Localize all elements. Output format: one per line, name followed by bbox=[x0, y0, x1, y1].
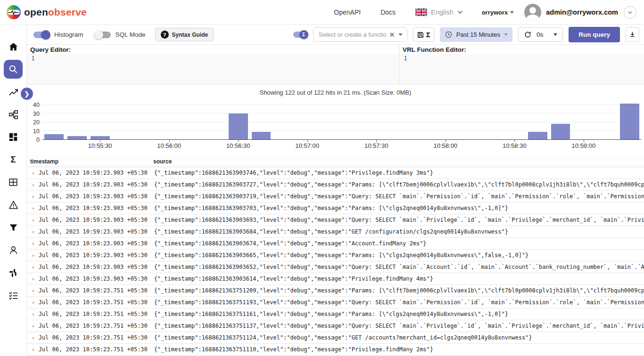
vrl-editor-label: VRL Function Editor: bbox=[399, 45, 644, 54]
query-editor[interactable]: 1 bbox=[27, 54, 399, 84]
uk-flag-icon bbox=[415, 8, 427, 16]
log-row[interactable]: › Jul 06, 2023 10:59:23.903 +05:30 {"_ti… bbox=[27, 214, 644, 226]
sidebar-item-logs-search[interactable] bbox=[4, 60, 23, 79]
sidebar-item-metrics[interactable] bbox=[8, 86, 19, 97]
refresh-interval-label: 0s bbox=[537, 31, 543, 38]
organization-selector[interactable]: orryworx bbox=[482, 9, 514, 16]
export-results-button[interactable] bbox=[626, 27, 639, 42]
save-icon bbox=[417, 31, 424, 39]
clear-icon[interactable]: ✕ bbox=[389, 31, 395, 38]
refresh-interval-picker[interactable]: 0s bbox=[518, 27, 563, 42]
log-row[interactable]: › Jul 06, 2023 10:59:23.751 +05:30 {"_ti… bbox=[27, 285, 644, 297]
sidebar-item-dashboards[interactable] bbox=[8, 131, 19, 143]
expand-row-icon[interactable]: › bbox=[32, 205, 35, 211]
user-icon bbox=[8, 245, 19, 256]
vrl-editor[interactable]: 1 bbox=[399, 54, 644, 84]
syntax-guide-button[interactable]: ? Syntax Guide bbox=[155, 28, 214, 41]
log-timestamp: Jul 06, 2023 10:59:23.751 +05:30 bbox=[39, 346, 154, 353]
histogram-bar[interactable] bbox=[229, 113, 248, 139]
log-row[interactable]: › Jul 06, 2023 10:59:23.751 +05:30 {"_ti… bbox=[27, 332, 644, 344]
expand-row-icon[interactable]: › bbox=[32, 288, 35, 294]
histogram-bar[interactable] bbox=[252, 132, 271, 139]
expand-row-icon[interactable]: › bbox=[32, 241, 35, 247]
column-header-timestamp[interactable]: timestamp bbox=[27, 158, 153, 165]
histogram-bar[interactable] bbox=[528, 132, 547, 139]
histogram-bar[interactable] bbox=[91, 136, 110, 139]
expand-row-icon[interactable]: › bbox=[32, 347, 35, 353]
log-source: {"_timestamp":1688621363751161,"level":"… bbox=[154, 311, 644, 317]
histogram-toggle[interactable] bbox=[33, 32, 50, 38]
histogram-bar[interactable] bbox=[551, 124, 570, 139]
y-tick-label: 20 bbox=[27, 119, 40, 126]
avatar[interactable] bbox=[524, 4, 541, 21]
docs-link[interactable]: Docs bbox=[380, 8, 396, 16]
warning-triangle-icon bbox=[8, 200, 19, 210]
chevron-down-icon bbox=[398, 33, 403, 36]
function-select[interactable]: Select or create a function ✕ bbox=[313, 27, 407, 42]
log-row[interactable]: › Jul 06, 2023 10:59:23.903 +05:30 {"_ti… bbox=[27, 191, 644, 202]
expand-row-icon[interactable]: › bbox=[32, 229, 35, 235]
histogram-bar[interactable] bbox=[620, 104, 639, 139]
expand-row-icon[interactable]: › bbox=[32, 299, 35, 306]
language-selector[interactable]: English bbox=[415, 8, 463, 16]
expand-row-icon[interactable]: › bbox=[32, 217, 35, 223]
log-row[interactable]: › Jul 06, 2023 10:59:23.751 +05:30 {"_ti… bbox=[27, 320, 644, 332]
openobserve-app: openobserve OpenAPI Docs English orrywor… bbox=[0, 0, 644, 356]
log-row[interactable]: › Jul 06, 2023 10:59:23.903 +05:30 {"_ti… bbox=[27, 179, 644, 191]
time-range-picker[interactable]: Past 15 Minutes bbox=[440, 27, 512, 42]
sidebar-item-tasks[interactable] bbox=[8, 290, 19, 301]
account-menu-button[interactable] bbox=[624, 6, 636, 19]
x-tick-label: 10:56:00 bbox=[157, 142, 181, 149]
top-header: openobserve OpenAPI Docs English orrywor… bbox=[0, 0, 644, 25]
expand-fields-button[interactable]: ❯ bbox=[20, 87, 33, 100]
x-tick-label: 10:57:30 bbox=[364, 142, 388, 149]
log-row[interactable]: › Jul 06, 2023 10:59:23.903 +05:30 {"_ti… bbox=[27, 250, 644, 261]
sidebar-item-alerts[interactable] bbox=[8, 199, 19, 210]
expand-row-icon[interactable]: › bbox=[32, 194, 35, 200]
expand-row-icon[interactable]: › bbox=[32, 323, 35, 329]
language-label: English bbox=[431, 8, 454, 16]
expand-row-icon[interactable]: › bbox=[32, 276, 35, 282]
log-timestamp: Jul 06, 2023 10:59:23.903 +05:30 bbox=[39, 240, 154, 247]
sidebar-item-streams[interactable] bbox=[8, 177, 19, 188]
log-row[interactable]: › Jul 06, 2023 10:59:23.903 +05:30 {"_ti… bbox=[27, 202, 644, 214]
openapi-link[interactable]: OpenAPI bbox=[334, 8, 361, 16]
vrl-editor-pane: VRL Function Editor: 1 bbox=[399, 45, 644, 84]
log-row[interactable]: › Jul 06, 2023 10:59:23.751 +05:30 {"_ti… bbox=[27, 308, 644, 320]
sidebar-item-home[interactable] bbox=[8, 41, 19, 52]
sql-mode-toggle[interactable] bbox=[95, 32, 111, 38]
expand-row-icon[interactable]: › bbox=[32, 182, 35, 188]
log-row[interactable]: › Jul 06, 2023 10:59:23.903 +05:30 {"_ti… bbox=[27, 167, 644, 179]
sidebar-item-functions[interactable]: Σ bbox=[8, 154, 19, 165]
log-row[interactable]: › Jul 06, 2023 10:59:23.903 +05:30 {"_ti… bbox=[27, 238, 644, 250]
sidebar-item-traces[interactable] bbox=[8, 109, 19, 120]
log-row[interactable]: › Jul 06, 2023 10:59:23.903 +05:30 {"_ti… bbox=[27, 273, 644, 285]
run-query-button[interactable]: Run query bbox=[569, 27, 620, 42]
brand-logo[interactable]: openobserve bbox=[7, 5, 87, 19]
brand-name: openobserve bbox=[24, 7, 87, 18]
histogram-bar[interactable] bbox=[44, 134, 64, 139]
x-tick-label: 10:58:00 bbox=[433, 142, 457, 149]
log-row[interactable]: › Jul 06, 2023 10:59:23.751 +05:30 {"_ti… bbox=[27, 344, 644, 356]
expand-row-icon[interactable]: › bbox=[32, 311, 35, 317]
histogram-plot bbox=[42, 102, 641, 140]
sidebar-item-users[interactable] bbox=[8, 244, 19, 256]
sidebar-item-slack[interactable] bbox=[8, 267, 19, 278]
y-tick-label: 10 bbox=[27, 128, 40, 135]
log-row[interactable]: › Jul 06, 2023 10:59:23.751 +05:30 {"_ti… bbox=[27, 297, 644, 308]
save-function-button[interactable]: Σ bbox=[413, 27, 434, 42]
log-row[interactable]: › Jul 06, 2023 10:59:23.903 +05:30 {"_ti… bbox=[27, 226, 644, 238]
expand-row-icon[interactable]: › bbox=[32, 335, 35, 341]
expand-row-icon[interactable]: › bbox=[32, 170, 35, 176]
expand-row-icon[interactable]: › bbox=[32, 264, 35, 270]
sigma-icon: Σ bbox=[426, 31, 430, 39]
log-row[interactable]: › Jul 06, 2023 10:59:23.903 +05:30 {"_ti… bbox=[27, 261, 644, 273]
question-icon: ? bbox=[161, 31, 169, 39]
sidebar-item-filters[interactable] bbox=[8, 222, 19, 233]
expand-row-icon[interactable]: › bbox=[32, 252, 35, 259]
y-tick-label: 40 bbox=[27, 102, 40, 108]
search-icon bbox=[8, 64, 19, 75]
histogram-bar[interactable] bbox=[67, 136, 87, 139]
column-header-source[interactable]: source bbox=[153, 158, 644, 165]
function-toggle[interactable]: Σ bbox=[293, 32, 307, 38]
